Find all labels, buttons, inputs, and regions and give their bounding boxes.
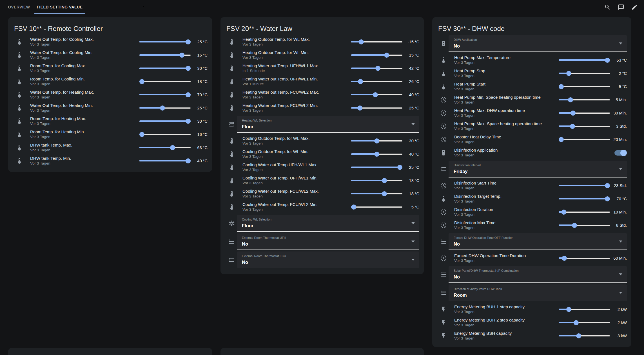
slider-knob[interactable] [382,178,387,183]
slider-knob[interactable] [605,58,610,63]
slider-knob[interactable] [562,256,567,261]
slider-knob[interactable] [559,137,564,142]
slider-room-temp-for-cooling-min[interactable] [139,79,191,84]
slider-knob[interactable] [559,84,564,89]
slider-heating-water-out-temp-ufh-wl1-max[interactable] [351,66,402,71]
slider-water-out-temp-for-heating-max[interactable] [139,92,191,98]
select-field-cooling-wl-selection[interactable]: Cooling WL SelectionFloor [237,215,419,232]
setting-row: DHW tank Temp. Min.Vor 3 Tagen40 °C [8,154,212,167]
list-icon [440,271,447,278]
slider-cooling-water-out-temp-ufh-wl1-max[interactable] [351,165,402,170]
slider-room-temp-for-heating-min[interactable] [139,132,191,137]
slider-energy-metering-buh-1-step-capacity[interactable] [559,307,610,312]
slider-knob[interactable] [561,210,566,215]
slider-heating-water-out-temp-fcu-wl2-max[interactable] [351,92,402,98]
slider-knob[interactable] [375,66,380,71]
slider-knob[interactable] [384,53,389,58]
slider-water-out-temp-for-cooling-min[interactable] [139,52,191,58]
slider-dhw-tank-temp-max[interactable] [139,145,191,150]
slider-energy-metering-bsh-capacity[interactable] [559,333,610,339]
slider-knob[interactable] [359,39,364,44]
setting-value: 15 °C [405,53,419,57]
slider-cooling-outdoor-temp-for-wl-min[interactable] [351,151,402,157]
slider-dhw-tank-temp-min[interactable] [139,158,191,164]
slider-heat-pump-max-dhw-operation-time[interactable] [559,110,610,116]
slider-water-out-temp-for-cooling-max[interactable] [139,39,191,45]
slider-knob[interactable] [566,71,571,76]
slider-heat-pump-max-space-heating-operation-time[interactable] [559,123,610,129]
slider-disinfection-target-temp[interactable] [559,196,610,202]
slider-knob[interactable] [397,165,402,170]
slider-knob[interactable] [351,205,356,210]
slider-knob[interactable] [358,79,363,84]
slider-disinfection-max-time[interactable] [559,223,610,228]
slider-heat-pump-start[interactable] [559,84,610,89]
slider-knob[interactable] [382,191,387,196]
slider-knob[interactable] [170,145,175,150]
slider-booster-heat-delay-time[interactable] [559,137,610,142]
slider-heat-pump-min-space-heating-operation-time[interactable] [559,97,610,103]
slider-knob[interactable] [179,53,184,58]
slider-knob[interactable] [186,66,191,71]
select-field-external-room-thermostat-fcu[interactable]: External Room Thermostat FCUNo [237,251,419,268]
select-field-dhw-application[interactable]: DHW ApplicationNo [449,35,627,52]
slider-disinfection-duration[interactable] [559,209,610,215]
select-field-solar-panel-dhw-thermostat-h-p-combination[interactable]: Solar Panel/DHW Thermostat H/P Combinati… [449,266,627,283]
select-field-heating-wl-selection[interactable]: Heating WL SelectionFloor [237,116,419,133]
slider-knob[interactable] [357,105,362,111]
slider-knob[interactable] [566,307,571,312]
slider-knob[interactable] [186,119,191,124]
select-field-forced-dhw-operation-time-off-function[interactable]: Forced DHW Operation Time OFF FunctionNo [449,233,627,250]
slider-energy-metering-buh-2-step-capacity[interactable] [559,320,610,325]
setting-value: 40 °C [405,93,419,97]
select-field-disinfection-interval[interactable]: Disinfection IntervalFriday [449,161,627,178]
setting-row: Disinfection Target Temp.Vor 3 Tagen70 °… [432,192,631,205]
slider-heating-outdoor-temp-for-wl-min[interactable] [351,52,402,58]
slider-heating-water-out-temp-ufh-wl1-min[interactable] [351,79,402,84]
slider-disinfection-start-time[interactable] [559,183,610,188]
select-field-external-room-thermostat-ufh[interactable]: External Room Thermostat UFHNo [237,233,419,250]
thermometer-icon [440,57,447,64]
slider-knob[interactable] [186,92,191,97]
slider-heating-outdoor-temp-for-wl-max[interactable] [351,39,402,45]
slider-knob[interactable] [570,124,575,129]
slider-water-out-temp-for-heating-min[interactable] [139,105,191,111]
slider-cooling-outdoor-temp-for-wl-max[interactable] [351,138,402,144]
slider-room-temp-for-cooling-max[interactable] [139,66,191,71]
slider-knob[interactable] [574,320,579,325]
toggle-switch-disinfection-application[interactable] [614,150,627,156]
slider-heating-water-out-temp-fcu-wl2-min[interactable] [351,105,402,111]
tab-overview[interactable]: OVERVIEW [5,0,33,14]
select-field-direction-of-3way-valve-dhw-tank[interactable]: Direction of 3Way Valve DHW TankRoom [449,284,627,301]
slider-knob[interactable] [605,196,610,201]
slider-knob[interactable] [160,105,165,111]
select-value: No [454,241,614,247]
slider-knob[interactable] [568,97,573,102]
slider-knob[interactable] [373,92,378,97]
slider-knob[interactable] [186,158,191,163]
setting-row: Water Out Temp. for Heating Min.Vor 3 Ta… [8,101,212,114]
slider-heat-pump-max-temperature[interactable] [559,57,610,63]
slider-room-temp-for-heating-max[interactable] [139,118,191,124]
slider-farced-dhw-operation-time-duration[interactable] [559,255,610,261]
slider-knob[interactable] [576,333,581,338]
setting-texts: Water Out Temp. for Heating Min.Vor 3 Ta… [30,103,139,113]
assist-icon[interactable] [618,4,624,10]
slider-cooling-water-out-temp-fcu-wl2-max[interactable] [351,191,402,197]
slider-knob[interactable] [374,152,379,157]
slider-heat-pump-stop[interactable] [559,71,610,76]
search-icon[interactable] [604,4,611,10]
edit-icon[interactable] [631,4,638,10]
slider-cooling-water-out-temp-ufh-wl1-min[interactable] [351,178,402,183]
slider-knob[interactable] [139,79,144,84]
slider-knob[interactable] [186,39,191,44]
setting-last-changed: Vor 3 Tagen [242,167,351,172]
slider-knob[interactable] [571,111,576,116]
tab-field-setting-value[interactable]: FIELD SETTING VALUE [34,0,85,14]
slider-knob[interactable] [572,223,577,228]
slider-knob[interactable] [374,138,379,143]
slider-knob[interactable] [139,132,144,137]
setting-row: DHW tank Temp. Max.Vor 3 Tagen63 °C [8,141,212,154]
slider-cooling-water-out-temp-fcu-wl2-min[interactable] [351,204,402,210]
slider-knob[interactable] [605,183,610,188]
